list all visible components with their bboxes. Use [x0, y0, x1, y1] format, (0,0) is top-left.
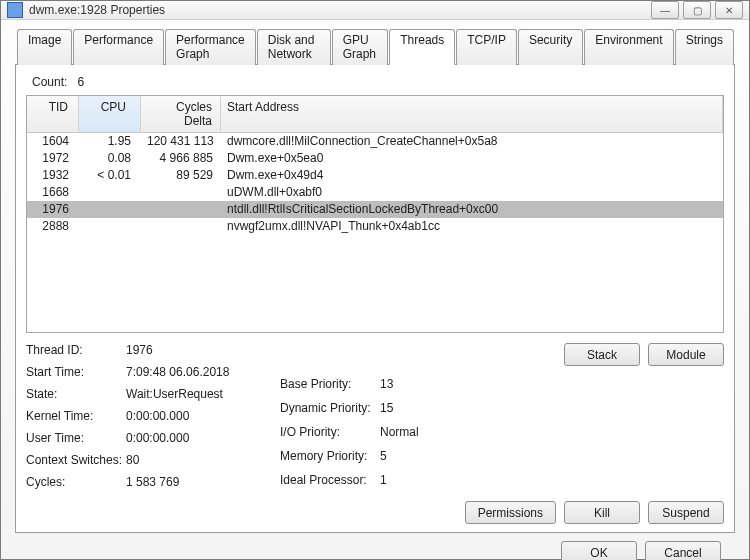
user-time-value: 0:00:00.000: [126, 431, 256, 445]
tab-performance-graph[interactable]: Performance Graph: [165, 29, 256, 65]
state-label: State:: [26, 387, 126, 401]
cell-cycles: [141, 184, 221, 201]
user-time-label: User Time:: [26, 431, 126, 445]
cell-address: Dwm.exe+0x49d4: [221, 167, 723, 184]
base-pri-label: Base Priority:: [280, 377, 380, 393]
cell-address: uDWM.dll+0xabf0: [221, 184, 723, 201]
cell-cycles: [141, 218, 221, 235]
cell-tid: 1668: [27, 184, 79, 201]
close-button[interactable]: ✕: [715, 1, 743, 19]
cell-tid: 1976: [27, 201, 79, 218]
cell-cpu: 0.08: [79, 150, 141, 167]
col-address[interactable]: Start Address: [221, 96, 723, 132]
start-time-value: 7:09:48 06.06.2018: [126, 365, 256, 379]
stack-button[interactable]: Stack: [564, 343, 640, 366]
cell-address: dwmcore.dll!MilConnection_CreateChannel+…: [221, 133, 723, 150]
app-icon: [7, 2, 23, 18]
col-tid[interactable]: TID: [27, 96, 79, 132]
mem-pri-label: Memory Priority:: [280, 449, 380, 465]
ideal-value: 1: [380, 473, 440, 489]
cell-tid: 2888: [27, 218, 79, 235]
ok-button[interactable]: OK: [561, 541, 637, 560]
table-row[interactable]: 16041.95120 431 113dwmcore.dll!MilConnec…: [27, 133, 723, 150]
window-title: dwm.exe:1928 Properties: [29, 3, 645, 17]
dyn-pri-label: Dynamic Priority:: [280, 401, 380, 417]
titlebar[interactable]: dwm.exe:1928 Properties — ▢ ✕: [1, 1, 749, 20]
cell-tid: 1604: [27, 133, 79, 150]
window-buttons: — ▢ ✕: [651, 1, 743, 19]
tab-gpu-graph[interactable]: GPU Graph: [332, 29, 389, 65]
cell-tid: 1972: [27, 150, 79, 167]
suspend-button[interactable]: Suspend: [648, 501, 724, 524]
thread-id-value: 1976: [126, 343, 256, 357]
cell-cycles: 120 431 113: [141, 133, 221, 150]
tab-performance[interactable]: Performance: [73, 29, 164, 65]
cell-address: ntdll.dll!RtlIsCriticalSectionLockedByTh…: [221, 201, 723, 218]
table-row[interactable]: 2888nvwgf2umx.dll!NVAPI_Thunk+0x4ab1cc: [27, 218, 723, 235]
cell-cpu: 1.95: [79, 133, 141, 150]
module-button[interactable]: Module: [648, 343, 724, 366]
cell-cpu: [79, 201, 141, 218]
count-row: Count: 6: [32, 75, 724, 89]
tab-bar: ImagePerformancePerformance GraphDisk an…: [17, 28, 735, 64]
kernel-time-label: Kernel Time:: [26, 409, 126, 423]
permissions-button[interactable]: Permissions: [465, 501, 556, 524]
list-header: TID CPU Cycles Delta Start Address: [27, 96, 723, 133]
kernel-time-value: 0:00:00.000: [126, 409, 256, 423]
list-rows: 16041.95120 431 113dwmcore.dll!MilConnec…: [27, 133, 723, 235]
table-row[interactable]: 1668uDWM.dll+0xabf0: [27, 184, 723, 201]
cycles-value: 1 583 769: [126, 475, 256, 489]
details-left: Thread ID: 1976 Start Time: 7:09:48 06.0…: [26, 343, 256, 489]
tab-disk-and-network[interactable]: Disk and Network: [257, 29, 331, 65]
action-buttons: Permissions Kill Suspend: [26, 501, 724, 524]
tab-image[interactable]: Image: [17, 29, 72, 65]
tab-environment[interactable]: Environment: [584, 29, 673, 65]
side-buttons: Stack Module: [564, 343, 724, 489]
tab-strings[interactable]: Strings: [675, 29, 734, 65]
io-pri-label: I/O Priority:: [280, 425, 380, 441]
details-right: Base Priority: 13 Dynamic Priority: 15 I…: [280, 377, 440, 489]
cell-tid: 1932: [27, 167, 79, 184]
dialog-buttons: OK Cancel: [15, 533, 735, 560]
ctx-switches-label: Context Switches:: [26, 453, 126, 467]
properties-window: dwm.exe:1928 Properties — ▢ ✕ ImagePerfo…: [0, 0, 750, 560]
cell-cpu: < 0.01: [79, 167, 141, 184]
state-value: Wait:UserRequest: [126, 387, 256, 401]
thread-id-label: Thread ID:: [26, 343, 126, 357]
mem-pri-value: 5: [380, 449, 440, 465]
tab-threads[interactable]: Threads: [389, 29, 455, 65]
thread-details: Thread ID: 1976 Start Time: 7:09:48 06.0…: [26, 343, 724, 489]
table-row[interactable]: 1932< 0.0189 529Dwm.exe+0x49d4: [27, 167, 723, 184]
table-row[interactable]: 1976ntdll.dll!RtlIsCriticalSectionLocked…: [27, 201, 723, 218]
minimize-button[interactable]: —: [651, 1, 679, 19]
cell-cpu: [79, 184, 141, 201]
cancel-button[interactable]: Cancel: [645, 541, 721, 560]
thread-list[interactable]: TID CPU Cycles Delta Start Address 16041…: [26, 95, 724, 333]
ctx-switches-value: 80: [126, 453, 256, 467]
io-pri-value: Normal: [380, 425, 440, 441]
col-cpu[interactable]: CPU: [79, 96, 141, 132]
threads-panel: Count: 6 TID CPU Cycles Delta Start Addr…: [15, 64, 735, 533]
cell-cycles: 89 529: [141, 167, 221, 184]
dyn-pri-value: 15: [380, 401, 440, 417]
content-area: ImagePerformancePerformance GraphDisk an…: [1, 20, 749, 560]
base-pri-value: 13: [380, 377, 440, 393]
cell-cycles: [141, 201, 221, 218]
kill-button[interactable]: Kill: [564, 501, 640, 524]
tab-tcp/ip[interactable]: TCP/IP: [456, 29, 517, 65]
count-label: Count:: [32, 75, 67, 89]
cell-address: nvwgf2umx.dll!NVAPI_Thunk+0x4ab1cc: [221, 218, 723, 235]
start-time-label: Start Time:: [26, 365, 126, 379]
cycles-label: Cycles:: [26, 475, 126, 489]
count-value: 6: [77, 75, 84, 89]
cell-cycles: 4 966 885: [141, 150, 221, 167]
maximize-button[interactable]: ▢: [683, 1, 711, 19]
col-cycles[interactable]: Cycles Delta: [141, 96, 221, 132]
ideal-label: Ideal Processor:: [280, 473, 380, 489]
table-row[interactable]: 19720.084 966 885Dwm.exe+0x5ea0: [27, 150, 723, 167]
tab-security[interactable]: Security: [518, 29, 583, 65]
cell-address: Dwm.exe+0x5ea0: [221, 150, 723, 167]
cell-cpu: [79, 218, 141, 235]
